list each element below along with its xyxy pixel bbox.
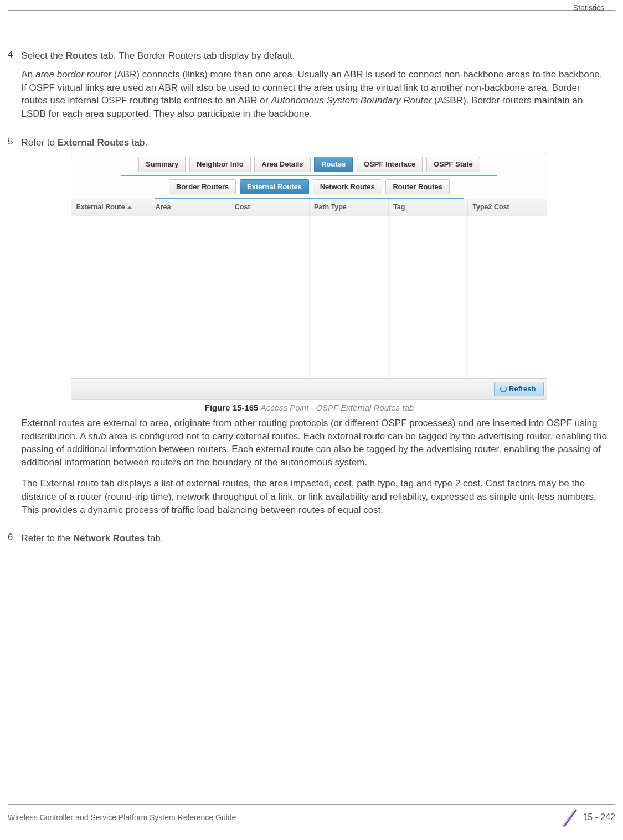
page-footer: Wireless Controller and Service Platform… [8,804,615,827]
stub-term: stub [88,431,106,442]
table-header: External Route Area Cost Path Type Tag T… [71,199,547,216]
footer-guide-title: Wireless Controller and Service Platform… [8,813,236,822]
text: An [21,69,35,80]
page-number-group: 15 - 242 [560,808,615,827]
text: tab. [129,137,147,148]
text: tab. [145,533,163,543]
tab-external-routes[interactable]: External Routes [240,179,309,194]
col-type2-cost[interactable]: Type2 Cost [468,199,547,216]
tab-network-routes[interactable]: Network Routes [313,179,382,194]
tab-router-routes[interactable]: Router Routes [385,179,450,194]
step-4: 4 Select the Routes tab. The Border Rout… [8,49,615,128]
tab-summary[interactable]: Summary [138,157,186,172]
network-routes-term: Network Routes [73,533,145,543]
text: Refer to the [21,533,73,543]
external-routes-term: External Routes [58,137,129,148]
text: area is configured not to carry external… [21,431,607,468]
step-6: 6 Refer to the Network Routes tab. [8,532,615,545]
step-body: Select the Routes tab. The Border Router… [21,49,608,128]
tab-neighbor-info[interactable]: Neighbor Info [189,157,251,172]
tabs-panel: Summary Neighbor Info Area Details Route… [71,153,547,377]
tab-area-details[interactable]: Area Details [254,157,310,172]
refresh-label: Refresh [509,385,536,393]
figure-ospf-external-routes: Summary Neighbor Info Area Details Route… [71,153,547,413]
asbr-term: Autonomous System Boundary Router [271,95,431,106]
secondary-tabs: Border Routers External Routes Network R… [71,176,547,198]
step-5: 5 Refer to External Routes tab. Summary … [8,136,615,524]
tab-ospf-state[interactable]: OSPF State [426,157,480,172]
tab-ospf-interface[interactable]: OSPF Interface [357,157,423,172]
header-section: Statistics [573,3,604,12]
table-body-empty [71,216,547,377]
abr-term: area border router [35,69,111,80]
step-number: 5 [8,136,19,147]
col-cost[interactable]: Cost [230,199,310,216]
refresh-icon [500,386,507,392]
external-routes-paragraph-1: External routes are external to area, or… [21,417,608,469]
figure-number: Figure 15-165 [205,403,259,412]
abr-paragraph: An area border router (ABR) connects (li… [21,68,608,121]
col-tag[interactable]: Tag [389,199,468,216]
text: tab. The Border Routers tab display by d… [97,50,295,61]
figure-caption: Figure 15-165 Access Point - OSPF Extern… [71,402,547,413]
external-routes-paragraph-2: The External route tab displays a list o… [21,477,608,516]
tab-routes[interactable]: Routes [314,157,353,172]
col-area[interactable]: Area [151,199,230,216]
sort-asc-icon [127,206,132,209]
step-body: Refer to External Routes tab. Summary Ne… [21,136,608,524]
routes-term: Routes [66,50,98,61]
tab-border-routers[interactable]: Border Routers [169,179,236,194]
step-number: 6 [8,532,19,543]
col-path-type[interactable]: Path Type [310,199,389,216]
refresh-button[interactable]: Refresh [494,382,544,396]
svg-marker-1 [562,810,575,827]
table-footer: Refresh [71,378,547,400]
page-content: 4 Select the Routes tab. The Border Rout… [0,11,623,545]
page-slash-icon [560,808,579,827]
svg-marker-0 [564,809,577,827]
step-number: 4 [8,49,19,60]
primary-tabs: Summary Neighbor Info Area Details Route… [71,153,547,175]
col-external-route[interactable]: External Route [71,199,151,216]
text: Refer to [21,137,57,148]
figure-title: Access Point - OSPF External Routes tab [261,403,414,412]
step-body: Refer to the Network Routes tab. [21,532,608,545]
col-label: External Route [76,203,125,211]
text: Select the [21,50,65,61]
page-number: 15 - 242 [583,812,615,822]
